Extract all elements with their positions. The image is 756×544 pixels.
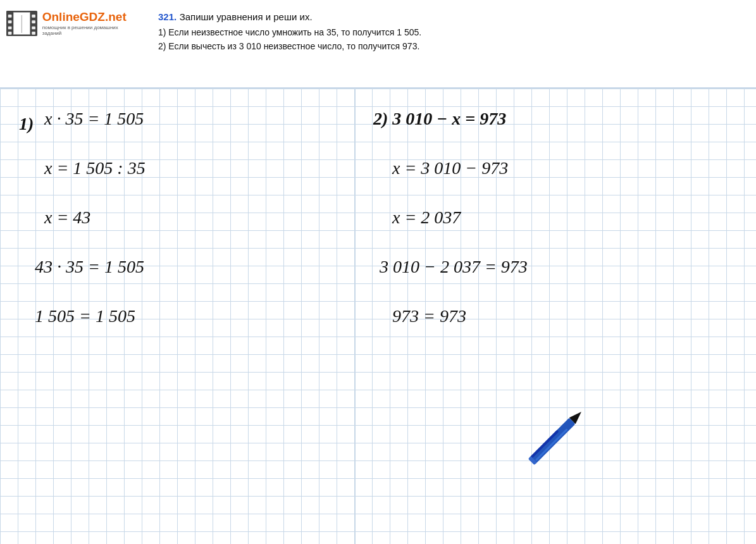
logo-name-main: OnlineGDZ	[42, 10, 105, 23]
column-divider	[354, 89, 356, 544]
task-part2-text: Если вычесть из 3 010 неизвестное число,…	[168, 41, 419, 51]
task-body: 1) Если неизвестное число умножить на 35…	[158, 25, 743, 54]
task-header: 321. Запиши уравнения и реши их.	[158, 11, 743, 23]
logo-tagline: помощник в решении домашних заданий	[42, 25, 133, 36]
solution-left-eq3: x = 43	[44, 207, 90, 228]
svg-rect-24	[535, 428, 568, 461]
svg-rect-18	[32, 27, 35, 30]
svg-rect-12	[8, 15, 12, 18]
page: OnlineGDZ.net помощник в решении домашни…	[0, 0, 756, 544]
task-part2-label: 2)	[158, 41, 166, 51]
header: OnlineGDZ.net помощник в решении домашни…	[0, 0, 756, 89]
svg-rect-17	[32, 20, 35, 23]
logo-site-name: OnlineGDZ.net	[42, 11, 133, 24]
logo-text-group: OnlineGDZ.net помощник в решении домашни…	[42, 11, 133, 37]
svg-rect-19	[32, 32, 35, 35]
task-part1-text: Если неизвестное число умножить на 35, т…	[168, 27, 421, 37]
solution-right-label: 2) 3 010 − x = 973	[373, 109, 506, 129]
solution-left-eq4: 43 · 35 = 1 505	[35, 257, 144, 277]
svg-rect-15	[8, 32, 12, 35]
task-part1-label: 1)	[158, 27, 166, 37]
content-area: 1) x · 35 = 1 505 x = 1 505 : 35 x = 43 …	[0, 89, 756, 544]
logo-icon	[6, 9, 37, 37]
solution-right-eq3: x = 2 037	[392, 207, 461, 228]
svg-rect-14	[8, 27, 12, 30]
solution-right-eq2: x = 3 010 − 973	[392, 158, 508, 178]
logo-section: OnlineGDZ.net помощник в решении домашни…	[0, 6, 139, 40]
solution-left-eq2: x = 1 505 : 35	[44, 158, 146, 178]
solution-left-eq1: x · 35 = 1 505	[44, 109, 144, 129]
solution-left-eq5: 1 505 = 1 505	[35, 306, 135, 326]
svg-rect-13	[8, 20, 12, 23]
task-number: 321.	[158, 11, 177, 22]
solution-right-eq4: 3 010 − 2 037 = 973	[380, 257, 528, 277]
svg-rect-16	[32, 15, 35, 18]
solution-right-eq5: 973 = 973	[392, 306, 466, 326]
task-title: Запиши уравнения и реши их.	[180, 11, 313, 22]
solution-left-label: 1)	[19, 114, 34, 134]
math-content: 1) x · 35 = 1 505 x = 1 505 : 35 x = 43 …	[0, 89, 756, 544]
logo-wrapper: OnlineGDZ.net помощник в решении домашни…	[6, 9, 133, 37]
logo-name-suffix: .net	[105, 10, 127, 23]
task-area: 321. Запиши уравнения и реши их. 1) Если…	[139, 6, 756, 59]
